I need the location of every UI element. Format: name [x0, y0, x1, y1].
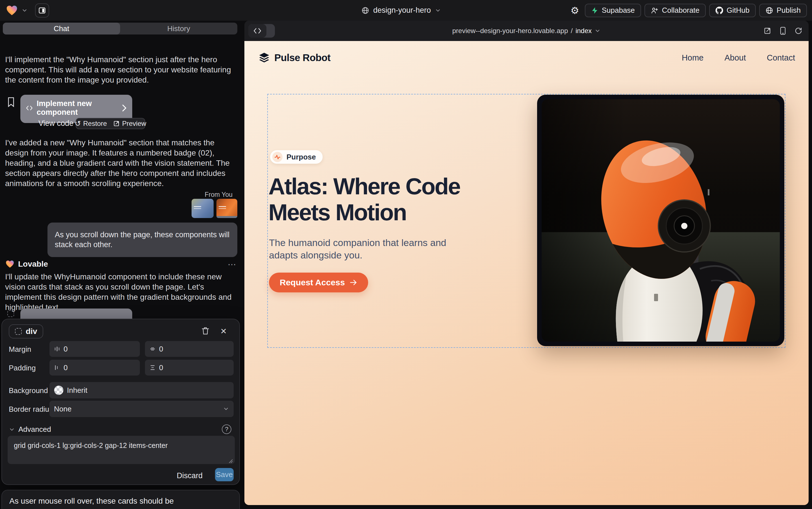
- attachment-thumbnail-orange[interactable]: [216, 199, 237, 218]
- lovable-app: design-your-hero ⚙ Supabase Collaborate …: [0, 0, 812, 509]
- chevron-right-icon: [122, 104, 126, 112]
- restore-icon: ↺: [75, 120, 81, 127]
- robot-image: [542, 99, 780, 342]
- save-button[interactable]: Save: [215, 468, 234, 481]
- selected-element-tag: div: [26, 327, 37, 336]
- advanced-chevron-icon: [9, 427, 15, 433]
- selected-element-pill[interactable]: div: [9, 324, 43, 338]
- globe-icon: [361, 6, 369, 14]
- restore-button[interactable]: ↺ Restore: [75, 120, 107, 128]
- nav-link-contact[interactable]: Contact: [767, 53, 795, 63]
- bookmark-icon[interactable]: [7, 97, 15, 108]
- mobile-view-icon[interactable]: [779, 27, 786, 35]
- open-in-new-tab-icon[interactable]: [764, 27, 771, 35]
- sidebar-panel-icon: [38, 6, 46, 14]
- purpose-badge: Purpose: [270, 150, 323, 164]
- refresh-icon[interactable]: [795, 27, 802, 35]
- preview-button[interactable]: Preview: [113, 120, 146, 128]
- more-options-icon[interactable]: ⋯: [228, 259, 237, 269]
- publish-globe-icon: [765, 6, 773, 14]
- chat-input[interactable]: As user mouse roll over, these cards sho…: [9, 497, 230, 509]
- margin-horizontal-input[interactable]: [64, 345, 135, 353]
- supabase-icon: [591, 7, 598, 14]
- padding-vertical-icon: [149, 365, 156, 371]
- url-chevron-icon: [594, 28, 601, 34]
- lovable-heart-icon: [6, 260, 14, 268]
- code-icon: [26, 105, 33, 111]
- project-chevron-down-icon: [435, 7, 441, 13]
- chat-tabbar: Chat History: [3, 23, 237, 34]
- nav-link-about[interactable]: About: [725, 53, 746, 63]
- assistant-message-3: I'll update the WhyHumanoid component to…: [5, 272, 236, 312]
- advanced-label: Advanced: [19, 425, 51, 434]
- attachment-thumbnail-blue[interactable]: [191, 199, 214, 218]
- preview-url: preview--design-your-hero.lovable.app: [452, 27, 568, 35]
- margin-vertical-field[interactable]: [145, 341, 234, 357]
- github-icon: [715, 6, 723, 14]
- project-menu-chevron-icon[interactable]: [22, 7, 28, 13]
- sidebar-toggle-button[interactable]: [35, 3, 49, 18]
- lovable-logo-icon[interactable]: [6, 5, 17, 16]
- assistant-name: Lovable: [18, 260, 48, 269]
- margin-label: Margin: [9, 345, 31, 354]
- help-icon[interactable]: ?: [222, 425, 231, 434]
- pulse-icon: [274, 154, 281, 160]
- advanced-classes-textarea[interactable]: grid grid-cols-1 lg:grid-cols-2 gap-12 i…: [8, 436, 235, 464]
- component-card-title: Implement new component: [37, 99, 114, 117]
- chat-panel: Chat History I'll implement the "Why Hum…: [0, 21, 242, 509]
- hero-heading-line2: Meets Motion: [268, 199, 406, 225]
- settings-button[interactable]: ⚙: [568, 4, 581, 17]
- topbar: design-your-hero ⚙ Supabase Collaborate …: [0, 0, 812, 21]
- request-access-label: Request Access: [280, 278, 345, 287]
- padding-vertical-input[interactable]: [159, 363, 229, 372]
- background-value: Inherit: [67, 386, 87, 395]
- collaborate-label: Collaborate: [662, 6, 700, 15]
- topbar-actions: ⚙ Supabase Collaborate GitHub: [568, 0, 807, 21]
- trash-icon: [201, 327, 209, 335]
- delete-element-button[interactable]: [201, 327, 209, 336]
- gear-icon: ⚙: [570, 6, 579, 15]
- preview-path: index: [576, 27, 592, 35]
- nav-link-home[interactable]: Home: [682, 53, 703, 63]
- border-radius-label: Border radius: [9, 405, 53, 414]
- hero-heading: Atlas: Where Code Meets Motion: [268, 173, 511, 225]
- publish-button[interactable]: Publish: [759, 4, 807, 17]
- external-link-icon: [113, 120, 120, 127]
- padding-horizontal-field[interactable]: [49, 360, 140, 376]
- element-inspector: div ✕ Margin Padding: [1, 319, 240, 485]
- padding-vertical-field[interactable]: [145, 360, 234, 376]
- project-switcher[interactable]: design-your-hero: [361, 0, 441, 21]
- hero-heading-line1: Atlas: Where Code: [268, 173, 460, 199]
- project-name: design-your-hero: [373, 6, 431, 15]
- advanced-toggle[interactable]: Advanced: [9, 425, 51, 434]
- background-label: Background: [9, 386, 48, 395]
- border-radius-select[interactable]: None: [49, 401, 234, 417]
- margin-vertical-input[interactable]: [159, 345, 229, 353]
- site-brand[interactable]: Pulse Robot: [258, 52, 331, 64]
- arrow-right-icon: [349, 279, 358, 286]
- element-outline-icon: [15, 328, 22, 335]
- hidden-component-card[interactable]: [20, 308, 132, 320]
- request-access-button[interactable]: Request Access: [269, 273, 368, 293]
- margin-vertical-icon: [149, 346, 156, 352]
- collaborate-button[interactable]: Collaborate: [644, 4, 706, 17]
- collaborate-icon: [651, 6, 659, 14]
- github-button[interactable]: GitHub: [709, 4, 756, 17]
- discard-button[interactable]: Discard: [177, 471, 202, 480]
- supabase-label: Supabase: [602, 6, 635, 15]
- border-radius-value: None: [54, 405, 72, 413]
- pulse-icon-circle: [272, 152, 283, 162]
- padding-horizontal-input[interactable]: [64, 363, 135, 372]
- site-brand-label: Pulse Robot: [274, 52, 331, 63]
- component-card-header: Implement new component: [26, 99, 126, 117]
- close-inspector-button[interactable]: ✕: [220, 327, 227, 336]
- margin-horizontal-field[interactable]: [49, 341, 140, 357]
- tab-history[interactable]: History: [120, 23, 237, 34]
- preview-header-actions: [764, 21, 802, 41]
- tab-chat[interactable]: Chat: [3, 23, 120, 34]
- padding-horizontal-icon: [54, 365, 60, 371]
- background-field[interactable]: Inherit: [49, 382, 234, 399]
- supabase-button[interactable]: Supabase: [585, 4, 641, 17]
- preview-url-bar[interactable]: preview--design-your-hero.lovable.app / …: [245, 21, 809, 41]
- chat-composer: As user mouse roll over, these cards sho…: [1, 490, 240, 509]
